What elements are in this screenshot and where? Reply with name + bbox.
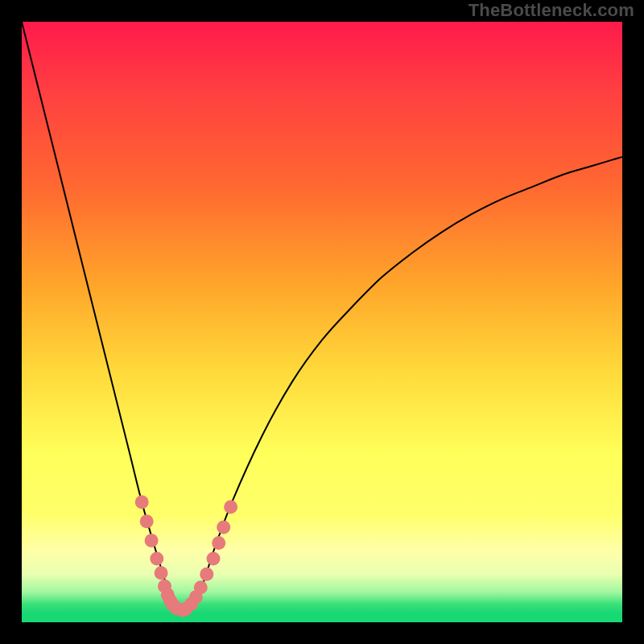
marker-point — [150, 551, 163, 565]
bottleneck-chart — [22, 22, 622, 622]
marker-point — [224, 500, 237, 514]
marker-point — [145, 534, 159, 547]
marker-point — [155, 566, 168, 580]
marker-point — [217, 521, 230, 535]
marker-point — [207, 551, 221, 565]
watermark-text: TheBottleneck.com — [469, 0, 634, 21]
marker-point — [135, 495, 149, 509]
marker-point — [194, 580, 208, 594]
marker-group — [135, 495, 237, 617]
marker-point — [140, 514, 154, 528]
marker-point — [200, 568, 213, 581]
bottleneck-curve — [22, 22, 622, 611]
marker-point — [212, 536, 225, 550]
